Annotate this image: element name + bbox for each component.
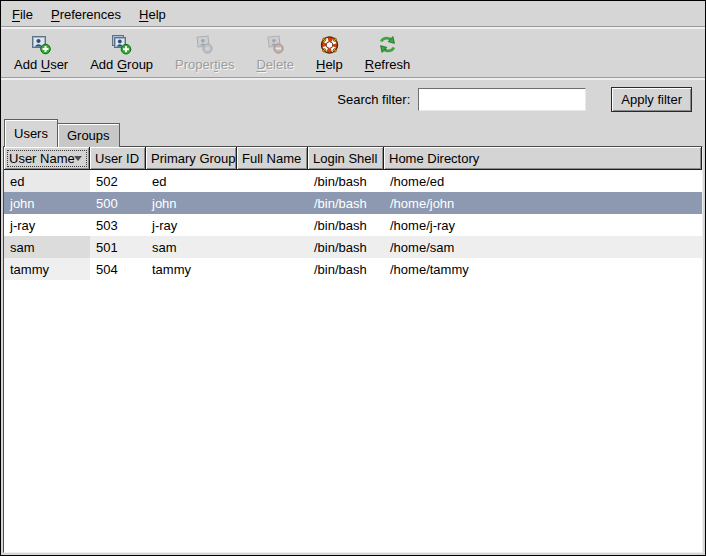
toolbar-add-user-label: Add User (14, 57, 68, 72)
cell: tammy (146, 258, 237, 280)
add-group-icon (110, 33, 133, 56)
cell: tammy (4, 258, 90, 280)
table-row[interactable]: sam501sam/bin/bash/home/sam (4, 236, 702, 258)
users-table-frame: User NameUser IDPrimary GroupFull NameLo… (3, 146, 703, 553)
column-header-full-name[interactable]: Full Name (237, 147, 308, 170)
toolbar-help-button[interactable]: Help (309, 32, 350, 73)
cell: 503 (90, 214, 146, 236)
cell (237, 170, 308, 192)
toolbar-delete-button: Delete (249, 32, 301, 73)
cell: /home/tammy (384, 258, 702, 280)
cell: 500 (90, 192, 146, 214)
cell: /home/sam (384, 236, 702, 258)
toolbar-refresh-label: Refresh (365, 57, 411, 72)
menu-item-preferences[interactable]: Preferences (42, 3, 130, 28)
cell: john (4, 192, 90, 214)
toolbar-add-group-button[interactable]: Add Group (83, 32, 160, 73)
cell: /bin/bash (308, 214, 384, 236)
table-row[interactable]: ed502ed/bin/bash/home/ed (4, 170, 702, 192)
cell: /bin/bash (308, 236, 384, 258)
cell: /home/j-ray (384, 214, 702, 236)
toolbar-add-group-label: Add Group (90, 57, 153, 72)
cell: j-ray (146, 214, 237, 236)
toolbar-properties-button: Properties (168, 32, 241, 73)
column-header-home-directory[interactable]: Home Directory (384, 147, 702, 170)
cell (237, 214, 308, 236)
cell: 502 (90, 170, 146, 192)
table-body: ed502ed/bin/bash/home/edjohn500john/bin/… (4, 170, 702, 280)
toolbar-help-label: Help (316, 57, 343, 72)
toolbar: Add User Add Group Properties Delete Hel… (1, 29, 705, 80)
table-header-row: User NameUser IDPrimary GroupFull NameLo… (4, 147, 702, 170)
menubar: FilePreferencesHelp (1, 1, 705, 29)
cell (237, 236, 308, 258)
cell: /home/ed (384, 170, 702, 192)
cell: /home/john (384, 192, 702, 214)
menu-item-file[interactable]: File (3, 3, 42, 28)
cell: j-ray (4, 214, 90, 236)
cell: ed (4, 170, 90, 192)
cell: /bin/bash (308, 258, 384, 280)
cell: /bin/bash (308, 192, 384, 214)
column-header-login-shell[interactable]: Login Shell (308, 147, 384, 170)
sort-arrow-icon (74, 156, 82, 161)
cell: 504 (90, 258, 146, 280)
menu-item-help[interactable]: Help (130, 3, 175, 28)
search-filter-label: Search filter: (337, 92, 410, 107)
table-row[interactable]: tammy504tammy/bin/bash/home/tammy (4, 258, 702, 280)
column-header-user-id[interactable]: User ID (90, 147, 146, 170)
cell (237, 258, 308, 280)
delete-icon (264, 33, 287, 56)
apply-filter-button[interactable]: Apply filter (611, 87, 692, 112)
column-header-user-name[interactable]: User Name (4, 147, 90, 170)
tab-groups[interactable]: Groups (58, 123, 120, 147)
search-filter-row: Search filter: Apply filter (1, 80, 705, 119)
cell: 501 (90, 236, 146, 258)
toolbar-delete-label: Delete (256, 57, 294, 72)
cell: sam (146, 236, 237, 258)
toolbar-properties-label: Properties (175, 57, 234, 72)
toolbar-add-user-button[interactable]: Add User (7, 32, 75, 73)
refresh-icon (376, 33, 399, 56)
cell (237, 192, 308, 214)
column-header-primary-group[interactable]: Primary Group (146, 147, 237, 170)
tab-bar: UsersGroups (1, 119, 705, 147)
users-table: User NameUser IDPrimary GroupFull NameLo… (4, 147, 702, 280)
search-filter-input[interactable] (418, 88, 586, 111)
table-row[interactable]: j-ray503j-ray/bin/bash/home/j-ray (4, 214, 702, 236)
toolbar-refresh-button[interactable]: Refresh (358, 32, 418, 73)
cell: ed (146, 170, 237, 192)
properties-icon (193, 33, 216, 56)
cell: /bin/bash (308, 170, 384, 192)
cell: john (146, 192, 237, 214)
table-row[interactable]: john500john/bin/bash/home/john (4, 192, 702, 214)
help-icon (318, 33, 341, 56)
add-user-icon (30, 33, 53, 56)
user-manager-window: FilePreferencesHelp Add User Add Group P… (0, 0, 706, 556)
tab-users[interactable]: Users (4, 119, 58, 147)
cell: sam (4, 236, 90, 258)
